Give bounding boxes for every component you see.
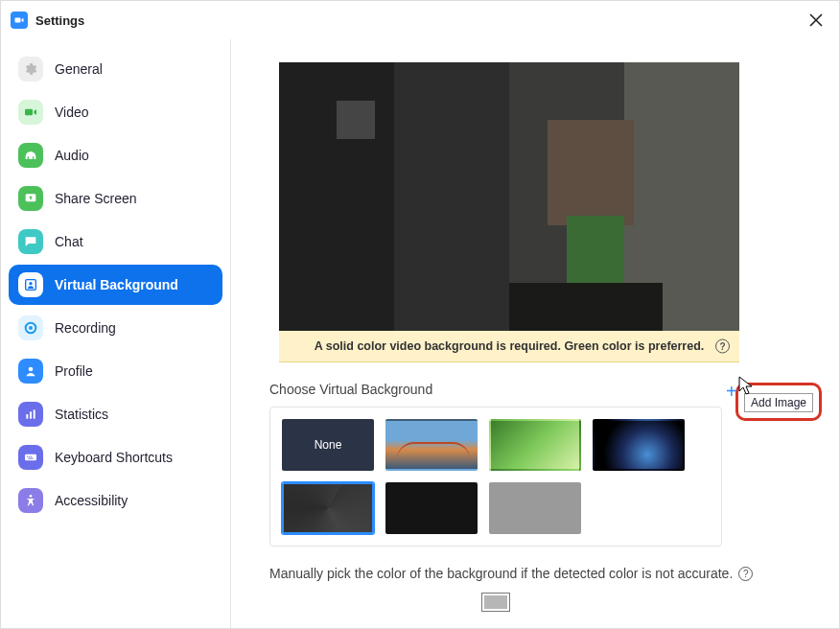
svg-rect-13 — [27, 456, 28, 457]
app-icon — [11, 12, 28, 29]
statistics-icon — [18, 402, 43, 427]
sidebar-item-accessibility[interactable]: Accessibility — [9, 480, 222, 521]
sidebar-label: Audio — [55, 148, 89, 163]
audio-icon — [18, 143, 43, 168]
window-title: Settings — [35, 13, 84, 28]
sidebar-label: Chat — [55, 234, 83, 249]
help-icon[interactable]: ? — [715, 339, 730, 354]
svg-rect-9 — [26, 414, 28, 419]
svg-point-17 — [30, 495, 33, 498]
background-option-custom-selected[interactable] — [282, 482, 374, 534]
add-image-tooltip: Add Image — [744, 393, 813, 412]
sidebar-label: Keyboard Shortcuts — [55, 450, 173, 465]
svg-point-5 — [29, 282, 32, 285]
chat-icon — [18, 229, 43, 254]
video-icon — [18, 100, 43, 125]
close-button[interactable] — [803, 7, 829, 34]
background-option-dark[interactable] — [385, 482, 478, 534]
sidebar-label: Recording — [55, 320, 116, 336]
sidebar-item-statistics[interactable]: Statistics — [9, 394, 222, 434]
svg-rect-2 — [25, 109, 33, 116]
sidebar-label: Video — [55, 105, 89, 120]
sidebar-label: Accessibility — [55, 493, 128, 508]
background-option-gray[interactable] — [489, 482, 581, 534]
banner-text: A solid color video background is requir… — [315, 339, 705, 353]
svg-rect-12 — [25, 454, 36, 461]
settings-icon — [18, 57, 43, 82]
sidebar-item-keyboard-shortcuts[interactable]: Keyboard Shortcuts — [9, 437, 222, 478]
sidebar-label: Profile — [55, 363, 93, 379]
sidebar-item-virtual-background[interactable]: Virtual Background — [9, 265, 222, 305]
svg-point-7 — [29, 326, 33, 330]
svg-rect-16 — [28, 458, 33, 459]
background-grid: None — [269, 407, 722, 547]
sidebar-label: Share Screen — [55, 191, 137, 206]
settings-window: Settings General Video — [0, 0, 840, 629]
titlebar: Settings — [1, 1, 839, 39]
keyboard-icon — [18, 445, 43, 470]
sidebar-label: Statistics — [55, 407, 108, 422]
settings-content: A solid color video background is requir… — [231, 39, 839, 628]
sidebar-item-general[interactable]: General — [9, 49, 222, 89]
share-screen-icon — [18, 186, 43, 211]
svg-rect-15 — [31, 456, 32, 457]
sidebar-item-profile[interactable]: Profile — [9, 351, 222, 391]
svg-rect-0 — [15, 18, 21, 23]
svg-rect-10 — [30, 411, 32, 418]
cursor-icon — [737, 375, 755, 396]
svg-rect-11 — [34, 409, 35, 418]
sidebar-item-chat[interactable]: Chat — [9, 221, 222, 262]
background-option-none[interactable]: None — [282, 419, 374, 471]
background-option-grass[interactable] — [489, 419, 581, 471]
sidebar-item-share-screen[interactable]: Share Screen — [9, 178, 222, 219]
sidebar-label: General — [55, 61, 103, 77]
warning-banner: A solid color video background is requir… — [279, 331, 739, 362]
background-option-bridge[interactable] — [385, 419, 478, 471]
help-icon[interactable]: ? — [738, 567, 753, 581]
accessibility-icon — [18, 488, 43, 513]
sidebar-item-recording[interactable]: Recording — [9, 308, 222, 348]
sidebar-item-video[interactable]: Video — [9, 92, 222, 132]
color-hint-text: Manually pick the color of the backgroun… — [269, 566, 733, 581]
profile-icon — [18, 359, 43, 384]
background-color-swatch[interactable] — [481, 593, 510, 612]
sidebar-item-audio[interactable]: Audio — [9, 135, 222, 175]
recording-icon — [18, 315, 43, 340]
svg-point-8 — [29, 367, 34, 372]
add-image-callout: + Add Image — [735, 383, 822, 421]
add-image-button[interactable]: + — [726, 381, 737, 403]
svg-rect-14 — [29, 456, 30, 457]
virtual-background-icon — [18, 272, 43, 297]
video-preview — [279, 62, 739, 331]
settings-sidebar: General Video Audio Share Screen — [1, 39, 231, 628]
sidebar-label: Virtual Background — [55, 277, 178, 292]
background-option-earth[interactable] — [593, 419, 685, 471]
